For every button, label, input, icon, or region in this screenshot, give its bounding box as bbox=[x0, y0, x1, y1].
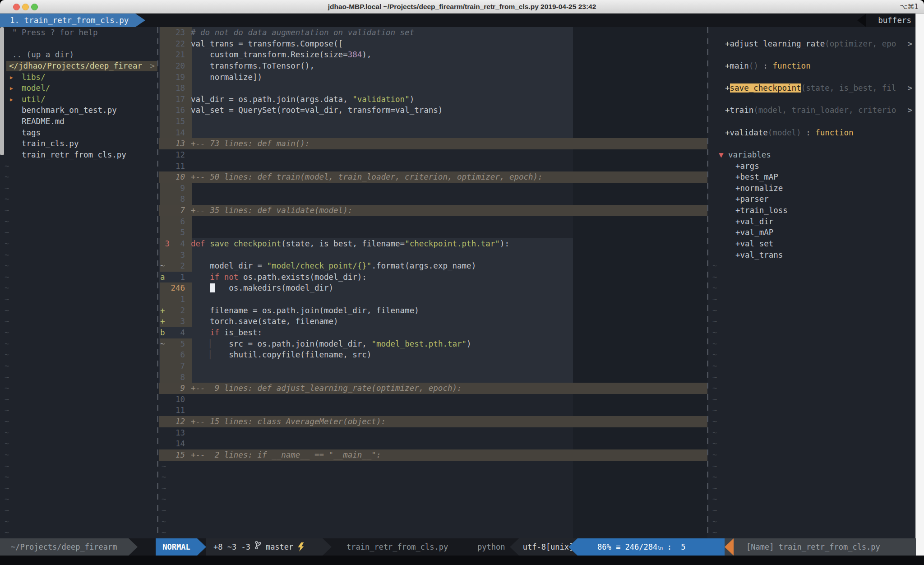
code-line[interactable]: ~2 model_dir = "model/check_point/{}".fo… bbox=[159, 260, 707, 272]
fold-line[interactable]: 7+-- 35 lines: def validate(model): bbox=[159, 205, 707, 216]
empty-line-tilde: ~ bbox=[711, 272, 916, 283]
code-text: val_dir = os.path.join(args.data, "valid… bbox=[191, 94, 414, 105]
nerdtree-item-dir[interactable]: ▸libs/ bbox=[0, 72, 157, 83]
powerline-arrow-icon bbox=[197, 538, 206, 556]
tagbar-function[interactable]: +main() : function bbox=[711, 60, 916, 72]
fold-line[interactable]: 13+-- 73 lines: def main(): bbox=[159, 138, 707, 149]
code-line[interactable]: 18 bbox=[159, 83, 707, 94]
code-line[interactable]: +3 torch.save(state, filename) bbox=[159, 316, 707, 327]
nerdtree-item-dir[interactable]: ▸util/ bbox=[0, 94, 157, 105]
code-line[interactable]: 8 bbox=[159, 194, 707, 205]
code-line[interactable]: 5 bbox=[159, 227, 707, 238]
nerdtree-up-dir[interactable]: .. (up a dir) bbox=[0, 49, 157, 60]
tagbar-section-variables[interactable]: ▼ variables bbox=[711, 149, 916, 161]
tagbar-variable[interactable]: +val_set bbox=[711, 238, 916, 250]
line-number: 11 bbox=[162, 161, 185, 172]
tagbar-function[interactable]: +validate(model) : function bbox=[711, 127, 916, 139]
code-line[interactable]: 21 custom_transform.Resize(size=384), bbox=[159, 49, 707, 60]
code-line[interactable]: 10 bbox=[159, 394, 707, 405]
code-line[interactable]: 14 bbox=[159, 127, 707, 139]
tagbar-function[interactable]: +save_checkpoint(state, is_best, fil> bbox=[711, 83, 916, 94]
tagbar-variable[interactable]: +parser bbox=[711, 194, 916, 205]
code-line[interactable]: 11 bbox=[159, 161, 707, 172]
nerdtree-item-file[interactable]: benchmark_on_test.py bbox=[0, 105, 157, 116]
code-line[interactable]: 3 bbox=[159, 250, 707, 261]
line-number: 9 bbox=[162, 383, 185, 394]
empty-line-tilde: ~ bbox=[0, 449, 157, 461]
tab-shortcut-hint: ⌥⌘1 bbox=[900, 0, 919, 14]
line-number: 5 bbox=[162, 227, 185, 238]
code-line[interactable]: a1 if not os.path.exists(model_dir): bbox=[159, 272, 707, 283]
window-title: jdhao-MBP.local ~/Projects/deep_firearm/… bbox=[0, 0, 924, 14]
line-number: 18 bbox=[162, 83, 185, 94]
code-line[interactable]: 7 bbox=[159, 361, 707, 372]
tagbar-variable[interactable]: +val_dir bbox=[711, 216, 916, 227]
code-line[interactable]: 12 bbox=[159, 149, 707, 161]
code-text: os.makedirs(model_dir) bbox=[191, 282, 333, 294]
window-separator[interactable] bbox=[157, 27, 158, 538]
empty-line-tilde: ~ bbox=[0, 183, 157, 194]
code-line[interactable]: 23# do not do data augmentation on valid… bbox=[159, 27, 707, 38]
tagbar-variable[interactable]: +normalize bbox=[711, 183, 916, 194]
nerdtree-item-file[interactable]: train_cls.py bbox=[0, 138, 157, 149]
code-line[interactable]: +2 filename = os.path.join(model_dir, fi… bbox=[159, 305, 707, 316]
empty-line-tilde: ~ bbox=[0, 394, 157, 405]
line-number: 2 bbox=[162, 305, 185, 316]
code-line[interactable]: 14 bbox=[159, 438, 707, 449]
code-line[interactable]: 20 transforms.ToTensor(), bbox=[159, 60, 707, 72]
left-scrollbar-thumb[interactable] bbox=[0, 27, 4, 155]
nerdtree-item-dir[interactable]: ▸model/ bbox=[0, 83, 157, 94]
code-line[interactable]: 246 os.makedirs(model_dir) bbox=[159, 282, 707, 294]
git-branch-icon bbox=[255, 538, 261, 556]
code-line[interactable]: 16val_set = QuerySet(root=val_dir, trans… bbox=[159, 105, 707, 116]
tagbar-panel: +adjust_learning_rate(optimizer, epo>+ma… bbox=[711, 27, 916, 538]
code-line[interactable]: b4 if is_best: bbox=[159, 327, 707, 338]
nerdtree-root[interactable]: </jdhao/Projects/deep_firear> bbox=[0, 60, 157, 72]
tabline: 1. train_retr_from_cls.py buffers bbox=[0, 14, 924, 27]
fold-text: +-- 2 lines: if __name__ == "__main__": bbox=[191, 449, 381, 461]
nerdtree-item-file[interactable]: tags bbox=[0, 127, 157, 139]
code-line[interactable]: ~5 ▏ src = os.path.join(model_dir, "mode… bbox=[159, 338, 707, 350]
tagbar-function[interactable]: +adjust_learning_rate(optimizer, epo> bbox=[711, 38, 916, 50]
command-line[interactable] bbox=[0, 556, 924, 565]
line-number: 12 bbox=[162, 149, 185, 161]
buffers-label[interactable]: buffers bbox=[878, 14, 911, 27]
window-separator[interactable] bbox=[707, 27, 708, 538]
fold-line[interactable]: 10+-- 50 lines: def train(model, train_l… bbox=[159, 171, 707, 183]
right-scrollbar[interactable] bbox=[915, 14, 924, 565]
code-line[interactable]: 19 normalize]) bbox=[159, 72, 707, 83]
code-line[interactable]: 13 bbox=[159, 427, 707, 439]
line-number: 1 bbox=[162, 294, 185, 305]
empty-line-tilde: ~ bbox=[0, 372, 157, 383]
empty-line-tilde: ~ bbox=[711, 316, 916, 327]
code-text: # do not do data augmentation on validat… bbox=[191, 27, 414, 38]
code-editor[interactable]: 23# do not do data augmentation on valid… bbox=[159, 27, 707, 538]
code-line[interactable]: 8 bbox=[159, 372, 707, 383]
tagbar-variable[interactable]: +val_trans bbox=[711, 250, 916, 261]
tab-active[interactable]: 1. train_retr_from_cls.py bbox=[0, 14, 145, 27]
code-line[interactable]: 9 bbox=[159, 183, 707, 194]
tagbar-variable[interactable]: +val_mAP bbox=[711, 227, 916, 238]
code-line[interactable]: 17val_dir = os.path.join(args.data, "val… bbox=[159, 94, 707, 105]
code-line[interactable]: _34def save_checkpoint(state, is_best, f… bbox=[159, 238, 707, 250]
tagbar-variable[interactable]: +train_loss bbox=[711, 205, 916, 216]
code-line[interactable]: 15 bbox=[159, 116, 707, 127]
code-line[interactable]: 22val_trans = transforms.Compose([ bbox=[159, 38, 707, 50]
nerdtree-item-file[interactable]: README.md bbox=[0, 116, 157, 127]
fold-line[interactable]: 15+-- 2 lines: if __name__ == "__main__"… bbox=[159, 449, 707, 461]
code-line[interactable]: 6 ▏ shutil.copyfile(filename, src) bbox=[159, 349, 707, 361]
code-line[interactable]: 6 bbox=[159, 216, 707, 227]
fold-line[interactable]: 9+-- 9 lines: def adjust_learning_rate(o… bbox=[159, 383, 707, 394]
line-number: 6 bbox=[162, 216, 185, 227]
fold-line[interactable]: 12+-- 15 lines: class AverageMeter(objec… bbox=[159, 416, 707, 427]
empty-line-tilde: ~ bbox=[711, 516, 916, 528]
mode-indicator: NORMAL bbox=[156, 538, 197, 556]
empty-line-tilde: ~ bbox=[0, 516, 157, 528]
tagbar-variable[interactable]: +best_mAP bbox=[711, 171, 916, 183]
empty-line-tilde: ~ bbox=[0, 316, 157, 327]
code-line[interactable]: 1 bbox=[159, 294, 707, 305]
code-line[interactable]: 11 bbox=[159, 405, 707, 416]
tagbar-variable[interactable]: +args bbox=[711, 161, 916, 172]
tagbar-function[interactable]: +train(model, train_loader, criterio> bbox=[711, 105, 916, 116]
nerdtree-item-file[interactable]: train_retr_from_cls.py bbox=[0, 149, 157, 161]
